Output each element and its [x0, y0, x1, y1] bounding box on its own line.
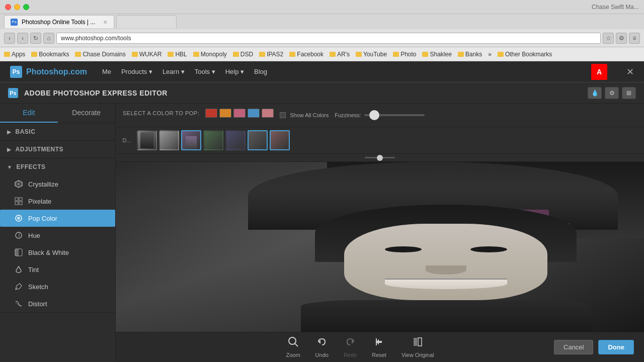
thumbnail-4[interactable]: [203, 130, 223, 150]
extensions-button[interactable]: ⚙: [616, 33, 627, 44]
bookmark-ipas2[interactable]: IPAS2: [259, 51, 283, 58]
back-button[interactable]: ‹: [4, 33, 15, 44]
color-selector-area: SELECT A COLOR TO POP: Show All Colors F…: [116, 104, 644, 127]
site-header: Ps Photoshop.com Me Products ▾ Learn ▾ T…: [0, 61, 644, 82]
bookmark-photo[interactable]: Photo: [393, 51, 416, 58]
tab-decorate[interactable]: Decorate: [58, 104, 116, 123]
cancel-button[interactable]: Cancel: [554, 340, 593, 354]
distort-icon: [14, 299, 23, 308]
sidebar-item-crystallize[interactable]: Crystallize: [0, 175, 115, 193]
nav-help[interactable]: Help ▾: [225, 68, 244, 75]
nav-learn[interactable]: Learn ▾: [163, 68, 185, 75]
done-button[interactable]: Done: [598, 340, 634, 354]
sidebar-item-distort[interactable]: Distort: [0, 295, 115, 312]
adjustments-label: ADJUSTMENTS: [16, 146, 64, 153]
show-all-checkbox[interactable]: [280, 112, 286, 118]
swatch-red[interactable]: [205, 109, 217, 118]
thumbnail-7[interactable]: [270, 130, 290, 150]
bookmark-dsd[interactable]: DSD: [233, 51, 253, 58]
nav-tools[interactable]: Tools ▾: [195, 68, 215, 75]
thumbnail-5[interactable]: [225, 130, 246, 150]
bookmark-wukar[interactable]: WUKAR: [132, 51, 162, 58]
eyedropper-tool[interactable]: 💧: [588, 87, 602, 99]
zoom-tool[interactable]: Zoom: [286, 336, 300, 358]
refresh-button[interactable]: ↻: [30, 33, 41, 44]
star-button[interactable]: ☆: [603, 33, 614, 44]
section-basic-header[interactable]: ▶ BASIC: [0, 123, 115, 140]
bookmark-facebook[interactable]: Facebook: [289, 51, 324, 58]
bottom-tools: Zoom Undo Redo: [286, 336, 434, 358]
redo-tool[interactable]: Redo: [344, 336, 357, 358]
svg-rect-20: [414, 338, 417, 346]
fuzziness-slider[interactable]: [364, 114, 425, 116]
swatch-orange[interactable]: [219, 109, 231, 118]
sidebar-item-bw[interactable]: Black & White: [0, 244, 115, 261]
new-tab[interactable]: [116, 15, 177, 28]
url-text: www.photoshop.com/tools: [61, 35, 131, 42]
bookmark-youtube[interactable]: YouTube: [356, 51, 387, 58]
tab-close[interactable]: ×: [103, 18, 107, 26]
tab-edit[interactable]: Edit: [0, 104, 58, 123]
thumbnail-3-active[interactable]: [181, 130, 201, 150]
bookmark-shaklee[interactable]: Shaklee: [422, 51, 451, 58]
bookmark-other[interactable]: Other Bookmarks: [498, 51, 552, 58]
minimize-button[interactable]: [14, 4, 20, 10]
view-original-tool[interactable]: View Original: [401, 336, 434, 358]
svg-rect-4: [15, 198, 18, 201]
nav-products[interactable]: Products ▾: [121, 68, 152, 75]
bookmark-monopoly[interactable]: Monopoly: [193, 51, 227, 58]
fuzziness-thumb[interactable]: [369, 110, 379, 120]
url-bar[interactable]: www.photoshop.com/tools: [56, 33, 601, 44]
site-logo[interactable]: Ps Photoshop.com: [10, 66, 87, 78]
tab-bar: Ps Photoshop Online Tools | ... ×: [0, 14, 644, 29]
bookmark-banks[interactable]: Banks: [458, 51, 482, 58]
nav-blog[interactable]: Blog: [254, 68, 267, 75]
thumbnails-strip: D...: [116, 127, 644, 154]
maximize-button[interactable]: [23, 4, 29, 10]
bottom-actions: Cancel Done: [554, 340, 634, 354]
hue-label: Hue: [28, 232, 40, 239]
swatch-pink[interactable]: [233, 109, 246, 118]
sidebar-item-hue[interactable]: Hue: [0, 227, 115, 244]
ps-express-icon: Ps: [8, 88, 18, 98]
pixelate-label: Pixelate: [28, 198, 51, 205]
bookmark-more[interactable]: »: [488, 51, 492, 58]
canvas-wrapper: 2015: [116, 154, 644, 332]
forward-button[interactable]: ›: [17, 33, 28, 44]
sidebar-item-tint[interactable]: Tint: [0, 261, 115, 278]
home-button[interactable]: ⌂: [43, 33, 54, 44]
crystallize-label: Crystallize: [28, 180, 58, 188]
adjustments-arrow: ▶: [7, 147, 12, 152]
sidebar-item-pixelate[interactable]: Pixelate: [0, 193, 115, 210]
canvas-slider-thumb[interactable]: [377, 155, 383, 161]
layout-tool[interactable]: ⊞: [622, 87, 636, 99]
reset-tool[interactable]: Reset: [372, 336, 386, 358]
svg-rect-21: [418, 338, 422, 346]
bookmark-ars[interactable]: AR's: [330, 51, 350, 58]
nav-me[interactable]: Me: [102, 68, 111, 75]
swatch-mauve[interactable]: [262, 109, 274, 118]
basic-arrow: ▶: [7, 129, 12, 135]
swatch-blue[interactable]: [248, 109, 260, 118]
close-button[interactable]: [5, 4, 11, 10]
active-tab[interactable]: Ps Photoshop Online Tools | ... ×: [4, 15, 114, 28]
sidebar-item-sketch[interactable]: Sketch: [0, 278, 115, 295]
section-effects-header[interactable]: ▼ EFFECTS: [0, 158, 115, 175]
canvas-slider[interactable]: [365, 157, 395, 158]
svg-line-15: [295, 343, 298, 346]
undo-tool[interactable]: Undo: [315, 336, 329, 358]
bookmark-chase[interactable]: Chase Domains: [75, 51, 125, 58]
section-adjustments-header[interactable]: ▶ ADJUSTMENTS: [0, 141, 115, 158]
thumbnail-2[interactable]: [159, 130, 179, 150]
bookmark-apps[interactable]: Apps: [4, 51, 25, 58]
ps-logo-icon: Ps: [10, 66, 22, 78]
sidebar-item-pop-color[interactable]: Pop Color: [0, 210, 115, 227]
traffic-lights: [5, 4, 29, 10]
thumbnail-6[interactable]: [248, 130, 268, 150]
bookmark-bookmarks[interactable]: Bookmarks: [31, 51, 69, 58]
menu-button[interactable]: ≡: [629, 33, 640, 44]
bookmark-hbl[interactable]: HBL: [168, 51, 187, 58]
settings-tool[interactable]: ⚙: [605, 87, 619, 99]
thumbnail-1[interactable]: [137, 130, 157, 150]
close-editor-button[interactable]: ✕: [626, 66, 634, 77]
